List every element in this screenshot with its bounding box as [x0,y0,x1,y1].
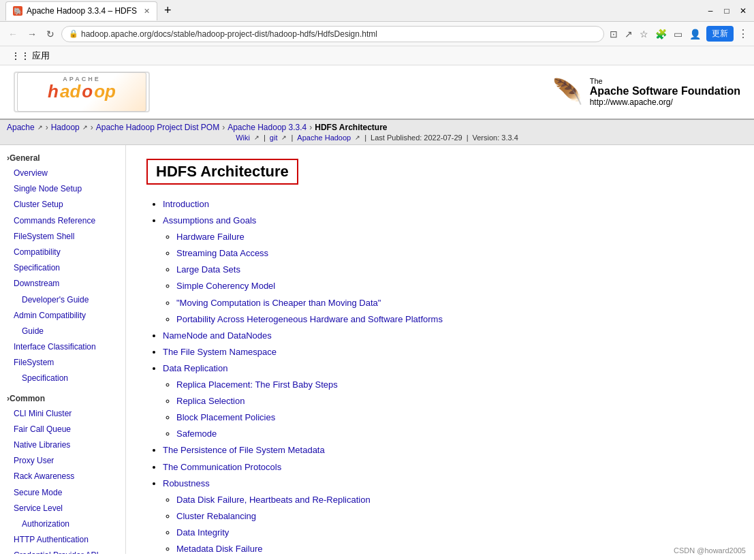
toc-link[interactable]: The Persistence of File System Metadata [163,445,325,455]
toc-sub-link[interactable]: "Moving Computation is Cheaper than Movi… [176,298,381,308]
sidebar-item-filesystem-shell[interactable]: FileSystem Shell [3,229,123,245]
sidebar-item-cluster-setup[interactable]: Cluster Setup [3,197,123,213]
sidebar-item-admin-compat[interactable]: Admin Compatibility [3,308,123,324]
sidebar-item-service-level[interactable]: Service Level [3,501,123,516]
toc-link[interactable]: Assumptions and Goals [163,215,256,225]
toc-sub-link[interactable]: Cluster Rebalancing [176,511,256,521]
update-button[interactable]: 更新 [706,26,734,42]
git-link[interactable]: git [270,134,278,142]
wiki-link[interactable]: Wiki [236,134,250,142]
toc-sub-link[interactable]: Data Disk Failure, Heartbeats and Re-Rep… [176,495,371,505]
sidebar-item-commands-ref[interactable]: Commands Reference [3,213,123,229]
sidebar-item-credential-provider[interactable]: Credential Provider API [3,548,123,554]
menu-icon[interactable]: ⋮ [738,27,749,40]
toc-sub-link[interactable]: Portability Across Heterogeneous Hardwar… [176,314,443,324]
toc-sub-link[interactable]: Replica Placement: The First Baby Steps [176,379,338,390]
toc-link[interactable]: Robustness [163,478,210,488]
extension-icon[interactable]: 🧩 [654,27,668,41]
sidebar-item-overview[interactable]: Overview [3,166,123,181]
sidebar-item-filesystem[interactable]: FileSystem [3,355,123,371]
sidebar-item-specification[interactable]: Specification [3,260,123,276]
toc-sub-link[interactable]: Streaming Data Access [176,248,268,258]
window-icon[interactable]: ▭ [672,27,684,41]
watermark: CSDN @howard2005 [674,546,746,555]
browser-tab[interactable]: Apache Hadoop 3.3.4 – HDFS ✕ [5,1,157,20]
sidebar-item-proxy-user[interactable]: Proxy User [3,453,123,469]
toc-item: Assumptions and GoalsHardware FailureStr… [163,213,734,327]
sidebar-item-authorization[interactable]: Authorization [3,516,123,532]
sidebar-item-rack-awareness[interactable]: Rack Awareness [3,469,123,484]
toc-item: The Persistence of File System Metadata [163,443,734,458]
toc-sub-link[interactable]: Simple Coherency Model [176,281,275,291]
sidebar-item-compatibility[interactable]: Compatibility [3,245,123,260]
sidebar: ›General Overview Single Node Setup Clus… [0,145,126,554]
refresh-button[interactable]: ↻ [44,27,57,41]
breadcrumb-apache[interactable]: Apache [7,123,35,132]
sidebar-item-secure-mode[interactable]: Secure Mode [3,485,123,501]
apache-hadoop-link[interactable]: Apache Hadoop [297,134,351,142]
back-button[interactable]: ← [5,27,20,41]
lock-icon: 🔒 [69,29,78,38]
toc-sub-link[interactable]: Data Integrity [176,527,229,538]
share-icon[interactable]: ↗ [623,27,634,41]
toc-sub-item: Block Placement Policies [176,410,734,425]
new-tab-button[interactable]: + [160,3,176,18]
meta-row: Wiki ↗ | git ↗ | Apache Hadoop ↗ | Last … [7,134,747,142]
sidebar-section-common[interactable]: ›Common [3,391,123,406]
toc-sub-link[interactable]: Safemode [176,429,217,439]
breadcrumb-hadoop[interactable]: Hadoop [51,123,80,132]
ext-icon4: ↗ [281,134,287,141]
close-icon[interactable]: ✕ [738,5,749,16]
toc-sub-item: Replica Selection [176,394,734,409]
toc-link[interactable]: The Communication Protocols [163,462,281,472]
account-icon[interactable]: 👤 [688,27,702,41]
apache-feather-icon: 🪶 [552,78,583,106]
toc-sub-link[interactable]: Block Placement Policies [176,412,275,422]
toc-item: The Communication Protocols [163,460,734,475]
toc-sub-link[interactable]: Replica Selection [176,396,245,406]
addressbar: ← → ↻ 🔒 hadoop.apache.org/docs/stable/ha… [0,22,754,46]
tab-favicon [13,6,22,16]
toc-link[interactable]: Data Replication [163,363,227,373]
sidebar-item-fair-call[interactable]: Fair Call Queue [3,422,123,437]
apps-button[interactable]: ⋮⋮ 应用 [7,48,54,63]
sidebar-item-developers-guide[interactable]: Developer's Guide [3,292,123,308]
titlebar-left: Apache Hadoop 3.3.4 – HDFS ✕ + [5,1,176,20]
sidebar-item-interface-class[interactable]: Interface Classification [3,339,123,355]
sidebar-item-native-libs[interactable]: Native Libraries [3,437,123,453]
toc-sub-link[interactable]: Metadata Disk Failure [176,544,262,554]
hadoop-logo: APACHE hadoop [14,72,150,112]
toc-item: RobustnessData Disk Failure, Heartbeats … [163,476,734,554]
sidebar-item-downstream[interactable]: Downstream [3,276,123,292]
maximize-icon[interactable]: □ [721,5,732,16]
address-bar[interactable]: 🔒 hadoop.apache.org/docs/stable/hadoop-p… [61,26,604,42]
toc-link[interactable]: The File System Namespace [163,347,277,357]
cast-icon[interactable]: ⊡ [608,27,619,41]
toolbar-icons: ⊡ ↗ ☆ 🧩 ▭ 👤 更新 ⋮ [608,26,749,42]
toc-sub-link[interactable]: Large Data Sets [176,264,240,275]
tab-close-icon[interactable]: ✕ [144,7,150,16]
toc-sub-item: Replica Placement: The First Baby Steps [176,377,734,392]
minimize-icon[interactable]: – [705,5,716,16]
sidebar-item-cli-mini[interactable]: CLI Mini Cluster [3,406,123,422]
breadcrumb-version[interactable]: Apache Hadoop 3.3.4 [227,123,307,132]
forward-button[interactable]: → [25,27,40,41]
toc-sub-item: Large Data Sets [176,262,734,277]
toc-link[interactable]: Introduction [163,199,209,209]
toc-sub-item: Data Integrity [176,525,734,540]
sidebar-item-spec[interactable]: Specification [3,371,123,386]
sidebar-item-single-node[interactable]: Single Node Setup [3,181,123,197]
ext-icon: ↗ [37,124,43,131]
apps-grid-icon: ⋮⋮ [11,50,30,61]
bookmark-icon[interactable]: ☆ [638,27,650,41]
sidebar-section-general[interactable]: ›General [3,151,123,166]
breadcrumb-current: HDFS Architecture [315,123,387,132]
toc-link[interactable]: NameNode and DataNodes [163,330,272,341]
toc-sub-link[interactable]: Hardware Failure [176,232,245,242]
toc-sub-item: Metadata Disk Failure [176,542,734,554]
titlebar: Apache Hadoop 3.3.4 – HDFS ✕ + – □ ✕ [0,0,754,22]
sidebar-item-http-auth[interactable]: HTTP Authentication [3,532,123,548]
breadcrumb-dist-pom[interactable]: Apache Hadoop Project Dist POM [96,123,219,132]
window-controls: – □ ✕ [705,5,749,16]
sidebar-item-admin-compat-guide[interactable]: Guide [3,324,123,339]
